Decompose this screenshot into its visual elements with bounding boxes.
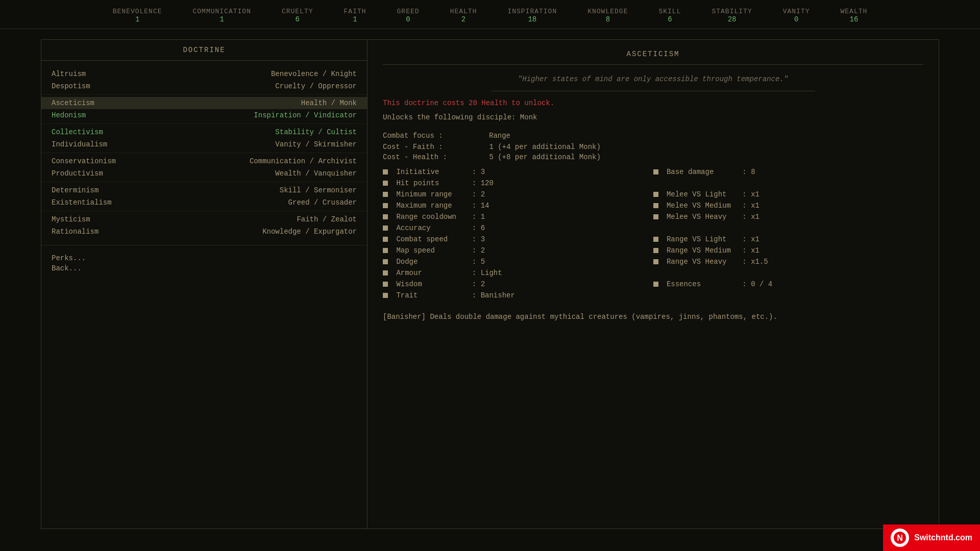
stat-item-knowledge: KNOWLEDGE 8 [587, 8, 628, 23]
stat-value: 1 [353, 15, 357, 23]
stat-square-icon [383, 192, 388, 197]
stat-row-pair: Map speed : 2 Range VS Medium : x1 [383, 245, 923, 256]
doctrine-name: Conservationism [52, 157, 116, 165]
stat-cell-value: 2 [481, 246, 485, 255]
stat-item-communication: COMMUNICATION 1 [193, 8, 251, 23]
stat-label: FAITH [344, 8, 366, 15]
stat-cell-colon: : [472, 213, 476, 221]
stat-cell-label: Dodge [396, 258, 468, 266]
stat-row-pair: Trait : Banisher [383, 290, 923, 301]
stat-row-pair: Dodge : 5 Range VS Heavy : x1.5 [383, 256, 923, 267]
doctrine-type: Vanity / Skirmisher [275, 140, 357, 148]
doctrine-row-mysticism[interactable]: Mysticism Faith / Zealot [41, 213, 367, 226]
stat-value: 1 [220, 15, 224, 23]
doctrine-row-despotism[interactable]: Despotism Cruelty / Oppressor [41, 80, 367, 92]
stat-item-vanity: VANITY 0 [783, 8, 810, 23]
stat-cell-colon: : [742, 190, 746, 198]
doctrine-row-hedonism[interactable]: Hedonism Inspiration / Vindicator [41, 109, 367, 121]
doctrine-row-conservationism[interactable]: Conservationism Communication / Archivis… [41, 155, 367, 167]
stat-item-faith: FAITH 1 [344, 8, 366, 23]
doctrine-group-2: Collectivism Stability / Cultist Individ… [41, 124, 367, 153]
doctrine-row-asceticism[interactable]: Asceticism Health / Monk [41, 97, 367, 109]
stat-value: 6 [668, 15, 672, 23]
stat-cell-colon: : [742, 258, 746, 266]
doctrine-row-rationalism[interactable]: Rationalism Knowledge / Expurgator [41, 226, 367, 238]
stat-square-icon [383, 237, 388, 242]
stat-cell-colon: : [742, 235, 746, 243]
doctrine-panel-header: DOCTRINE [41, 40, 367, 61]
doctrine-row-individualism[interactable]: Individualism Vanity / Skirmisher [41, 138, 367, 151]
stat-cell-colon: : [742, 213, 746, 221]
unlock-text: Unlocks the following disciple: Monk [383, 113, 923, 121]
doctrine-list: Altruism Benevolence / Knight Despotism … [41, 61, 367, 245]
cost-value: 1 (+4 per additional Monk) [485, 143, 601, 151]
doctrine-type: Wealth / Vanquisher [275, 169, 357, 178]
stat-row-pair: Range cooldown : 1 Melee VS Heavy : x1 [383, 211, 923, 222]
doctrine-row-productivism[interactable]: Productivism Wealth / Vanquisher [41, 167, 367, 180]
stat-cell-colon: : [472, 224, 476, 232]
doctrine-name: Despotism [52, 82, 90, 90]
doctrine-row-collectivism[interactable]: Collectivism Stability / Cultist [41, 126, 367, 138]
stat-cell-value: 14 [481, 202, 489, 210]
doctrine-type: Cruelty / Oppressor [275, 82, 357, 90]
cost-label: Cost - Faith : [383, 143, 485, 151]
stat-item-health: HEALTH 2 [450, 8, 477, 23]
stat-item-skill: SKILL 6 [658, 8, 681, 23]
stat-square-icon [653, 248, 658, 253]
stat-row-pair: Accuracy : 6 [383, 222, 923, 234]
stat-cell-label: Melee VS Medium [667, 202, 738, 210]
stat-row-pair: Combat speed : 3 Range VS Light : x1 [383, 234, 923, 245]
stat-cell-value: 2 [481, 280, 485, 288]
stat-value: 8 [606, 15, 610, 23]
back-link[interactable]: Back... [52, 263, 357, 273]
stat-cell-label: Combat speed [396, 235, 468, 243]
perks-section: Perks... Back... [41, 245, 367, 281]
stat-cell-colon: : [472, 280, 476, 288]
doctrine-name: Productivism [52, 169, 103, 178]
stat-item-cruelty: CRUELTY 6 [282, 8, 313, 23]
doctrine-row-determinism[interactable]: Determinism Skill / Sermoniser [41, 184, 367, 196]
stat-cell-label: Range VS Heavy [667, 258, 738, 266]
stat-cell-value: x1 [751, 202, 760, 210]
stat-square-icon [383, 282, 388, 287]
stat-cell-label: Hit points [396, 179, 468, 187]
stat-cell-label: Melee VS Light [667, 190, 738, 198]
stat-square-icon [383, 248, 388, 253]
combat-focus-label: Combat focus : [383, 132, 485, 140]
stat-cell-colon: : [472, 269, 476, 277]
stat-cell-value: x1 [751, 235, 760, 243]
perks-link[interactable]: Perks... [52, 253, 357, 263]
main-content: DOCTRINE Altruism Benevolence / Knight D… [0, 29, 980, 539]
stat-label: HEALTH [450, 8, 477, 15]
combat-focus-row: Combat focus : Range [383, 132, 923, 140]
stat-label: WEALTH [840, 8, 867, 15]
stat-square-icon [653, 214, 658, 219]
cost-value: 5 (+8 per additional Monk) [485, 153, 601, 161]
nintendo-badge: N Switchntd.com [883, 524, 980, 551]
cost-text: This doctrine costs 20 Health to unlock. [383, 99, 923, 107]
doctrine-name: Existentialism [52, 198, 112, 207]
stat-square-icon [653, 203, 658, 208]
stat-label: GREED [397, 8, 420, 15]
detail-panel-header: ASCETICISM [383, 50, 923, 65]
stat-cell-label: Accuracy [396, 224, 468, 232]
doctrine-type: Faith / Zealot [297, 215, 357, 223]
stat-square-icon [653, 282, 658, 287]
doctrine-row-altruism[interactable]: Altruism Benevolence / Knight [41, 68, 367, 80]
combat-focus-value: Range [489, 132, 510, 140]
stat-cell-colon: : [472, 258, 476, 266]
cost-label: Cost - Health : [383, 153, 485, 161]
stat-square-icon [383, 181, 388, 186]
stat-item-wealth: WEALTH 16 [840, 8, 867, 23]
nintendo-text: Switchntd.com [914, 533, 972, 542]
stat-cell-value: 3 [481, 168, 485, 176]
stat-item-inspiration: INSPIRATION 18 [507, 8, 557, 23]
stat-item-benevolence: BENEVOLENCE 1 [113, 8, 162, 23]
stat-cell-colon: : [472, 168, 476, 176]
stat-cell-label: Range cooldown [396, 213, 468, 221]
doctrine-panel: DOCTRINE Altruism Benevolence / Knight D… [41, 39, 368, 529]
doctrine-row-existentialism[interactable]: Existentialism Greed / Crusader [41, 196, 367, 209]
stat-value: 2 [461, 15, 465, 23]
stat-cell-colon: : [742, 246, 746, 255]
stat-cell-colon: : [472, 190, 476, 198]
